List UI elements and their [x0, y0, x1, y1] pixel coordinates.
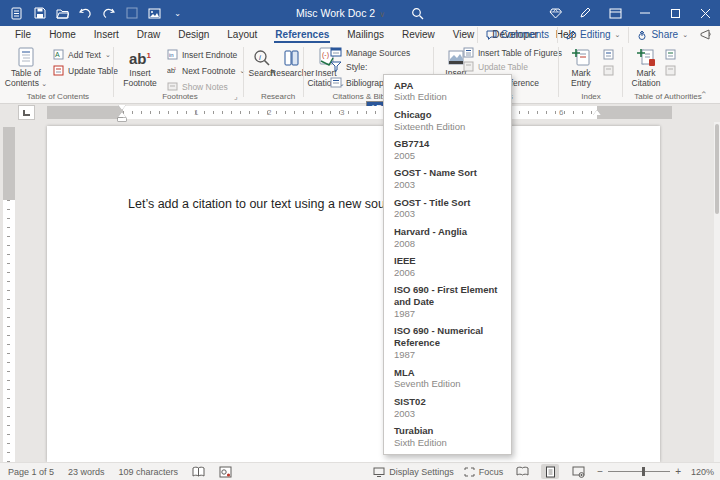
picture-icon[interactable] [148, 7, 161, 20]
tab-layout[interactable]: Layout [218, 26, 266, 43]
close-button[interactable] [690, 0, 720, 26]
style-option[interactable]: Harvard - Anglia 2008 [384, 223, 511, 252]
title-bar: ⌄ Misc Work Doc 2∨ [0, 0, 720, 26]
manage-sources-button[interactable]: Manage Sources [330, 46, 410, 59]
character-count[interactable]: 109 characters [119, 467, 179, 477]
tab-selector[interactable] [18, 105, 35, 120]
show-notes-icon [166, 81, 178, 93]
editing-mode-button[interactable]: Editing⌄ [557, 27, 629, 43]
collapse-ribbon-icon[interactable]: ⌃ [700, 90, 708, 100]
zoom-level[interactable]: 120% [691, 467, 714, 477]
insert-endnote-button[interactable]: in Insert Endnote [166, 48, 237, 61]
scrollbar-thumb[interactable] [715, 124, 719, 214]
indent-markers[interactable] [118, 105, 126, 121]
table-of-contents-button[interactable]: Table of Contents ⌄ [4, 45, 48, 91]
style-option[interactable]: APA Sixth Edition [384, 77, 511, 106]
insert-index-icon [602, 49, 614, 61]
style-option-detail: Sixth Edition [394, 91, 501, 103]
insert-endnote-icon: in [166, 49, 178, 61]
ribbon: Table of Contents ⌄ A Add Text⌄ Update T… [0, 43, 720, 104]
redo-icon[interactable] [102, 7, 115, 20]
style-option[interactable]: Chicago Sixteenth Edition [384, 106, 511, 135]
horizontal-ruler[interactable]: 1 2 3 4 5 6 [47, 106, 672, 119]
ruler-number: 6 [559, 108, 563, 117]
search-icon[interactable] [411, 7, 424, 20]
focus-icon [464, 467, 475, 477]
ribbon-display-options-icon[interactable] [600, 0, 630, 26]
tab-insert[interactable]: Insert [85, 26, 128, 43]
document-title[interactable]: Misc Work Doc 2∨ [296, 7, 385, 19]
undo-icon[interactable] [79, 7, 92, 20]
mark-citation-button[interactable]: Mark Citation [626, 45, 666, 91]
ruler-number: 1 [194, 108, 198, 117]
zoom-slider[interactable]: − + [597, 466, 681, 477]
save-icon[interactable] [33, 7, 46, 20]
read-mode-button[interactable] [513, 464, 531, 479]
maximize-button[interactable] [660, 0, 690, 26]
style-option-detail: 2006 [394, 267, 501, 279]
tab-review[interactable]: Review [393, 26, 444, 43]
share-button[interactable]: Share⌄ [629, 27, 696, 43]
update-table-button[interactable]: Update Table [52, 64, 118, 77]
style-option[interactable]: ISO 690 - First Element and Date 1987 [384, 282, 511, 323]
word-count[interactable]: 23 words [68, 467, 105, 477]
macro-record-icon[interactable] [219, 466, 232, 478]
style-option-name: GB7714 [394, 138, 501, 150]
zoom-in-icon[interactable]: + [675, 466, 681, 477]
vertical-ruler[interactable] [3, 127, 15, 462]
open-icon[interactable] [56, 7, 69, 20]
mark-entry-button[interactable]: Mark Entry [562, 45, 600, 91]
group-label-index: Index [566, 92, 616, 101]
zoom-handle[interactable] [642, 467, 645, 476]
style-option[interactable]: Turabian Sixth Edition [384, 423, 511, 452]
style-option[interactable]: IEEE 2006 [384, 253, 511, 282]
comments-button[interactable]: Comments [477, 27, 557, 43]
document-page[interactable]: Let’s add a citation to our text using a… [47, 126, 660, 462]
insert-index-button[interactable] [602, 48, 614, 61]
footnotes-dialog-launcher-icon[interactable]: ⌟ [234, 92, 238, 101]
print-layout-button[interactable] [541, 464, 559, 479]
add-text-button[interactable]: A Add Text⌄ [52, 48, 111, 61]
tab-file[interactable]: File [6, 26, 40, 43]
tab-design[interactable]: Design [169, 26, 218, 43]
style-option[interactable]: SIST02 2003 [384, 393, 511, 422]
style-option-detail: Seventh Edition [394, 378, 501, 390]
megaphone-icon[interactable] [696, 29, 716, 40]
style-option[interactable]: GOST - Title Sort 2003 [384, 194, 511, 223]
right-indent-marker[interactable] [593, 110, 601, 115]
tab-references[interactable]: References [266, 26, 338, 43]
style-option[interactable]: GB7714 2005 [384, 136, 511, 165]
draw-pencil-icon[interactable] [570, 0, 600, 26]
document-area: Let’s add a citation to our text using a… [0, 122, 720, 462]
insert-table-of-authorities-button[interactable] [664, 48, 676, 61]
update-table-figures-button: Update Table [462, 60, 528, 73]
tab-draw[interactable]: Draw [128, 26, 169, 43]
minimize-button[interactable] [630, 0, 660, 26]
svg-text:(-): (-) [322, 51, 329, 59]
style-option-detail: 2003 [394, 179, 501, 191]
style-option[interactable]: MLA Seventh Edition [384, 364, 511, 393]
svg-text:in: in [169, 52, 174, 58]
insert-table-of-figures-button[interactable]: Insert Table of Figures [462, 46, 562, 59]
style-option-detail: 2008 [394, 238, 501, 250]
next-footnote-button[interactable]: ab1 Next Footnote⌄ [166, 64, 245, 77]
group-label-toc: Table of Contents [8, 92, 108, 101]
vertical-scrollbar[interactable] [714, 122, 720, 462]
focus-button[interactable]: Focus [464, 467, 504, 477]
style-option-detail: 2003 [394, 408, 501, 420]
tab-home[interactable]: Home [40, 26, 85, 43]
tab-mailings[interactable]: Mailings [338, 26, 393, 43]
web-layout-button[interactable] [569, 464, 587, 479]
proofing-icon[interactable] [192, 466, 205, 478]
insert-footnote-button[interactable]: ab1 Insert Footnote [118, 45, 162, 91]
page-indicator[interactable]: Page 1 of 5 [8, 467, 54, 477]
zoom-out-icon[interactable]: − [597, 466, 603, 477]
chevron-down-icon: ⌄ [41, 80, 47, 87]
qat-overflow-icon[interactable]: ⌄ [171, 7, 184, 20]
display-settings-button[interactable]: Display Settings [373, 467, 454, 477]
style-option[interactable]: GOST - Name Sort 2003 [384, 165, 511, 194]
chevron-down-icon: ⌄ [615, 31, 621, 39]
ruler-number: 3 [340, 108, 344, 117]
style-option-name: ISO 690 - First Element and Date [394, 284, 501, 308]
style-option[interactable]: ISO 690 - Numerical Reference 1987 [384, 323, 511, 364]
